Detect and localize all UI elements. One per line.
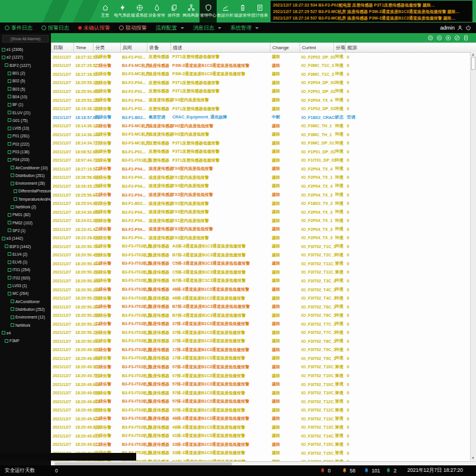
alarm-row[interactable]: 2021/12/718:18:57.653四级告警B3-F1-B02...氟泵空… <box>51 113 476 122</box>
menu-item-联动报警[interactable]: 联动报警 <box>119 24 147 32</box>
tree-node[interactable]: ELV6 (1) <box>0 258 51 266</box>
tree-node[interactable]: ELV4 (2) <box>0 250 51 258</box>
scroll-down-arrow-icon[interactable] <box>472 457 474 459</box>
tree-node[interactable]: e3 (1442) <box>0 234 51 242</box>
alarm-row[interactable]: 2021/12/718:26:56.680三级告警B3-F2-P04...温湿度… <box>51 173 476 182</box>
tree-node[interactable]: B04 (10) <box>0 93 51 101</box>
alarm-row[interactable]: 2021/12/718:20:49.615三级告警B3-F3-IT02机房温度传… <box>51 432 476 440</box>
tree-node[interactable]: G01 (75) <box>0 117 51 124</box>
column-header-房间[interactable]: 房间 <box>120 43 147 52</box>
user-icon[interactable] <box>457 25 463 31</box>
tree-node[interactable]: e2 (1227) <box>0 53 51 61</box>
column-header-描述[interactable]: 描述 <box>171 43 270 52</box>
alarm-row[interactable]: 2021/12/718:07:44.731三级告警B3-F1-IT01机房压差传… <box>51 156 476 165</box>
scroll-up-arrow-icon[interactable] <box>472 53 474 56</box>
nav-item-net[interactable]: 网络构架 <box>182 0 200 22</box>
alarm-row[interactable]: 2021/12/718:19:38.183三级告警B3-F1-P02...压差传… <box>51 104 476 113</box>
alarm-row[interactable]: 2021/12/718:20:50.288三级告警B3-F3-IT02机房温度传… <box>51 311 476 320</box>
alarm-row[interactable]: 2021/12/718:25:54.988三级告警B3-F2-P01...压差传… <box>51 87 476 96</box>
export-icon[interactable] <box>463 35 469 41</box>
refresh-icon[interactable] <box>427 35 433 41</box>
alarm-row[interactable]: 2021/12/718:20:50.194三级告警B3-F3-IT02机房温度传… <box>51 329 476 337</box>
alarm-row[interactable]: 2021/12/718:25:56.641二级告警B3-F2-P04...温湿度… <box>51 191 476 200</box>
tree-node[interactable]: MC (264) <box>0 290 51 297</box>
alarm-row[interactable]: 2021/12/718:20:49.698三级告警B3-F3-IT02机房温度传… <box>51 388 476 397</box>
tree-node[interactable]: Distribution (251) <box>0 172 51 179</box>
tree-node[interactable]: NetWork (2) <box>0 203 51 211</box>
show-all-alarms-button[interactable]: (Show All Alarms) <box>2 35 49 43</box>
menu-item-消息日志[interactable]: 消息日志 <box>193 24 221 32</box>
alarm-row[interactable]: 2021/12/718:20:50.368三级告警B3-F3-IT02机房温度传… <box>51 276 476 285</box>
menu-item-事件日志[interactable]: 事件日志 <box>5 24 33 32</box>
tree-node[interactable]: e4 <box>0 329 51 337</box>
alarm-row[interactable]: 2021/12/718:20:50.296三级告警B3-F3-IT02机房温度传… <box>51 294 476 303</box>
alarm-row[interactable]: 2021/12/718:20:49.900二级告警B3-F3-IT02机房温度传… <box>51 363 476 372</box>
tree-node[interactable]: B01 (2) <box>0 69 51 77</box>
alarm-row[interactable]: 2021/12/718:20:50.394二级告警B3-F3-IT02机房温度传… <box>51 259 476 268</box>
alarm-row[interactable]: 2021/12/718:27:32.534三级告警B3-F2-P02...压差传… <box>51 53 476 62</box>
alarm-row[interactable]: 2021/12/718:27:19.543二级告警B3-F2-P04...温湿度… <box>51 165 476 173</box>
alarm-row[interactable]: 2021/12/718:20:50.288二级告警B3-F3-IT02机房温度传… <box>51 303 476 311</box>
alarm-row[interactable]: 2021/12/718:24:01.089三级告警B3-F2-P04...温湿度… <box>51 216 476 225</box>
alarm-row[interactable]: 2021/12/718:20:50.194二级告警B3-F3-IT02机房温度传… <box>51 320 476 329</box>
tree-node[interactable]: NetWork <box>0 321 51 329</box>
alarm-row[interactable]: 2021/12/718:24:30.888三级告警B3-F2-P04...温湿度… <box>51 208 476 217</box>
tree-node[interactable]: P04 (203) <box>0 156 51 163</box>
tree-node[interactable]: B02 (5) <box>0 77 51 85</box>
alarm-row[interactable]: 2021/12/718:22:28.836三级告警B3-F2-P04...温湿度… <box>51 233 476 242</box>
alarm-row[interactable]: 2021/12/718:25:04.807三级告警B3-F1-B02...温湿度… <box>51 199 476 208</box>
alarm-bell-icon[interactable] <box>445 35 451 41</box>
alarm-row[interactable]: 2021/12/718:14:34.777三级告警B3-F3-MC机房压差传感器… <box>51 139 476 147</box>
tree-node[interactable]: Distribution (252) <box>0 305 51 313</box>
alarm-row[interactable]: 2021/12/718:20:49.628三级告警B3-F3-IT02机房温度传… <box>51 423 476 432</box>
tree-node[interactable]: BF (1) <box>0 101 51 108</box>
column-header-设备[interactable]: 设备 <box>147 43 171 52</box>
tree-node[interactable]: ELUV (21) <box>0 108 51 116</box>
tree-node[interactable]: LV05 (13) <box>0 124 51 132</box>
alarm-row[interactable]: 2021/12/718:20:49.655三级告警B3-F3-IT02机房温度传… <box>51 406 476 414</box>
alarm-row[interactable]: 2021/12/718:20:50.394三级告警B3-F3-IT02机房温度传… <box>51 268 476 277</box>
nav-item-doc[interactable]: 操作票 <box>165 0 182 22</box>
alarm-row[interactable]: 2021/12/718:23:41.427二级告警B3-F2-P04...温湿度… <box>51 225 476 234</box>
tree-node[interactable]: B03 (5) <box>0 85 51 92</box>
alarm-row[interactable]: 2021/12/718:20:49.612二级告警B3-F3-IT02机房温度传… <box>51 440 476 449</box>
admin-area[interactable]: admin <box>440 25 471 31</box>
alarm-row[interactable]: 2021/12/718:20:49.998三级告警B3-F3-IT02机房温度传… <box>51 354 476 363</box>
menu-item-系统管理[interactable]: 系统管理 <box>230 24 259 32</box>
alarm-row[interactable]: 2021/12/718:20:49.698二级告警B3-F3-IT02机房温度传… <box>51 380 476 389</box>
column-header-Time[interactable]: Time <box>73 43 93 52</box>
alarm-row[interactable]: 2021/12/718:14:36.148二级告警B3-F3-MC机房温湿度传感… <box>51 121 476 130</box>
alarm-row[interactable]: 2021/12/718:27:16.537三级告警B3-F3-MC机房温度传感器… <box>51 70 476 79</box>
tree-node[interactable]: IT02 (920) <box>0 274 51 282</box>
alarm-row[interactable]: 2021/12/718:20:49.998二级告警B3-F3-IT02机房温度传… <box>51 346 476 355</box>
nav-item-report[interactable]: 统计报表 <box>251 0 268 22</box>
tree-node[interactable]: P01 (261) <box>0 132 51 140</box>
menu-item-报警日志[interactable]: 报警日志 <box>41 24 69 32</box>
tree-node[interactable]: B3F2 (1227) <box>0 62 51 69</box>
alarm-row[interactable]: 2021/12/718:20:50.296二级告警B3-F3-IT02机房温度传… <box>51 285 476 294</box>
tree-node[interactable]: AirConditioner <box>0 298 51 305</box>
column-header-分项[interactable]: 分项 <box>333 43 345 52</box>
tree-node[interactable]: P02 (222) <box>0 140 51 148</box>
tree-node[interactable]: LV03 (1) <box>0 282 51 290</box>
alarm-row[interactable]: 2021/12/718:20:49.655二级告警B3-F3-IT02机房温度传… <box>51 397 476 406</box>
tree-node[interactable]: Environment (12) <box>0 313 51 321</box>
tree-node[interactable]: DifferentialPressureS <box>0 187 51 195</box>
alarm-row[interactable]: 2021/12/718:20:50.093三级告警B3-F3-IT02机房温度传… <box>51 337 476 346</box>
nav-item-drop[interactable]: 设备管理 <box>148 0 165 22</box>
nav-item-shield[interactable]: 管理中心 <box>200 0 217 22</box>
tree-node[interactable]: PM01 (82) <box>0 211 51 218</box>
tree-node[interactable]: P03 (136) <box>0 148 51 156</box>
tree-node[interactable]: Environment (28) <box>0 179 51 187</box>
pause-icon[interactable] <box>436 35 442 41</box>
alarm-row[interactable]: 2021/12/718:25:53.186三级告警B3-F2-P04...温湿度… <box>51 96 476 105</box>
alarm-row[interactable]: 2021/12/718:26:35.158三级告警B3-F2-P04...温湿度… <box>51 182 476 191</box>
menu-item-未确认报警[interactable]: 未确认报警 <box>78 24 110 32</box>
nav-item-chart[interactable]: 数据分析 <box>217 0 234 22</box>
tree-node[interactable]: F3MF <box>0 337 51 345</box>
edit-icon[interactable] <box>454 35 460 41</box>
nav-item-fan[interactable]: 暖通系统 <box>131 0 148 22</box>
alarm-row[interactable]: 2021/12/718:20:49.781三级告警B3-F3-IT02机房温度传… <box>51 371 476 380</box>
alarm-row[interactable]: 2021/12/718:14:36.148三级告警B3-F3-MC机房温湿度传感… <box>51 130 476 139</box>
power-icon[interactable] <box>465 25 471 31</box>
